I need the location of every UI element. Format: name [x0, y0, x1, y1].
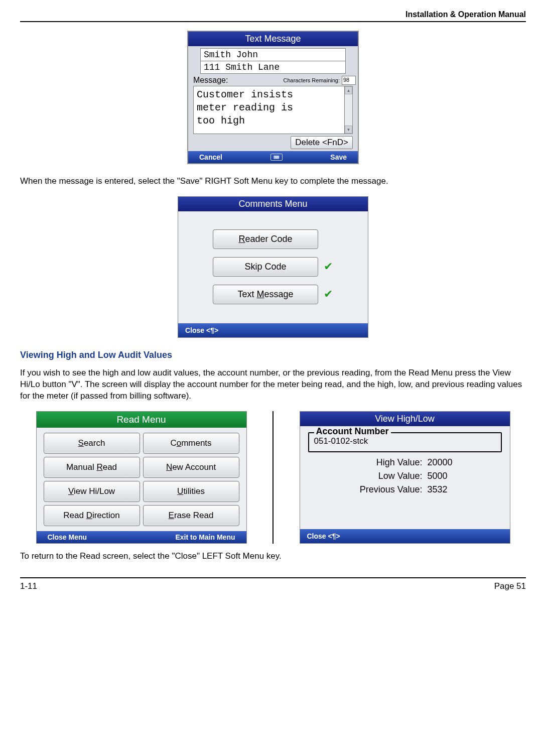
message-row: Message: Characters Remaining: 98	[188, 74, 358, 86]
chars-remaining-value: 98	[342, 76, 356, 85]
account-number-legend: Account Number	[314, 426, 391, 437]
low-value-label: Low Value:	[342, 471, 423, 481]
scroll-up-icon[interactable]: ▲	[345, 86, 352, 94]
erase-read-button[interactable]: Erase Read	[143, 505, 239, 526]
checkmark-icon	[323, 232, 333, 245]
delete-button[interactable]: Delete <FnD>	[291, 136, 353, 149]
scroll-down-icon[interactable]: ▼	[345, 125, 352, 134]
view-highlow-device: View High/Low Account Number 051-0102-st…	[300, 411, 510, 544]
keyboard-icon[interactable]: ⌨	[270, 154, 283, 161]
read-direction-button[interactable]: Read Direction	[44, 505, 140, 526]
checkmark-icon: ✔	[323, 288, 333, 301]
title-bar: View High/Low	[300, 412, 510, 426]
message-label: Message:	[193, 76, 228, 85]
comments-button[interactable]: Comments	[143, 433, 239, 454]
skip-code-button[interactable]: Skip Code	[213, 257, 318, 277]
footer-left: 1-11	[20, 581, 37, 591]
close-softkey[interactable]: Close <¶>	[300, 529, 510, 543]
top-rule	[20, 21, 526, 22]
name-field: Smith John	[200, 48, 346, 61]
text-message-device: Text Message Smith John 111 Smith Lane M…	[188, 31, 358, 164]
manual-read-button[interactable]: Manual Read	[44, 457, 140, 478]
high-value: 20000	[428, 457, 468, 468]
cancel-softkey[interactable]: Cancel	[199, 153, 222, 161]
page-header-title: Installation & Operation Manual	[20, 10, 526, 21]
new-account-button[interactable]: New Account	[143, 457, 239, 478]
paragraph-1: When the message is entered, select the …	[20, 176, 526, 187]
message-textarea[interactable]: Customer insists meter reading is too hi…	[193, 86, 345, 134]
save-softkey[interactable]: Save	[330, 153, 347, 161]
text-message-button[interactable]: Text Message	[213, 285, 318, 304]
close-menu-softkey[interactable]: Close Menu	[48, 533, 87, 541]
title-bar: Read Menu	[37, 412, 246, 428]
reader-code-button[interactable]: Reader Code	[213, 229, 318, 249]
footer-right: Page 51	[494, 581, 526, 591]
high-value-label: High Value:	[342, 457, 423, 468]
read-menu-device: Read Menu Search Comments Manual Read Ne…	[36, 411, 247, 544]
utilities-button[interactable]: Utilities	[143, 481, 239, 502]
softkey-bar: Close Menu Exit to Main Menu	[37, 531, 246, 543]
account-number-group: Account Number 051-0102-stck	[308, 432, 502, 452]
search-button[interactable]: Search	[44, 433, 140, 454]
scrollbar[interactable]: ▲ ▼	[345, 86, 353, 134]
comments-menu-device: Comments Menu Reader Code Skip Code ✔ Te…	[178, 196, 368, 338]
address-field: 111 Smith Lane	[200, 61, 346, 74]
previous-value-label: Previous Value:	[342, 484, 423, 495]
previous-value: 3532	[428, 484, 468, 495]
view-hilow-button[interactable]: View Hi/Low	[44, 481, 140, 502]
softkey-bar: Cancel ⌨ Save	[188, 151, 358, 163]
section-heading: Viewing High and Low Audit Values	[20, 350, 526, 360]
title-bar: Text Message	[188, 32, 358, 46]
low-value: 5000	[428, 471, 468, 481]
checkmark-icon: ✔	[323, 260, 333, 273]
account-number-value: 051-0102-stck	[314, 436, 496, 446]
paragraph-section2: If you wish to see the high and low audi…	[20, 367, 526, 402]
exit-main-softkey[interactable]: Exit to Main Menu	[176, 533, 235, 541]
title-bar: Comments Menu	[178, 197, 368, 211]
paragraph-2: To return to the Read screen, select the…	[20, 551, 526, 562]
vertical-divider	[272, 411, 274, 544]
close-softkey[interactable]: Close <¶>	[178, 323, 368, 337]
chars-remaining-label: Characters Remaining:	[284, 77, 340, 83]
